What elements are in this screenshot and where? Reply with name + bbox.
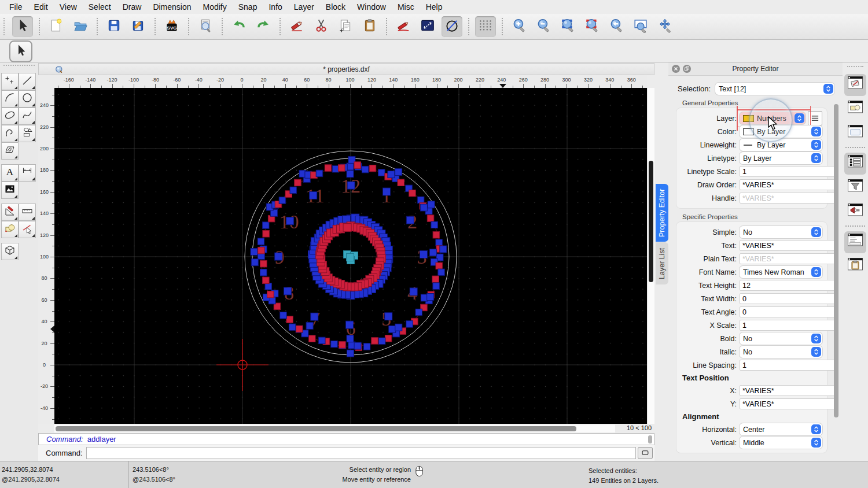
text-field[interactable] <box>740 240 838 251</box>
undo-button[interactable] <box>229 16 249 37</box>
delete-entities-button[interactable] <box>286 16 307 37</box>
color-combobox[interactable]: By Layer <box>740 125 822 138</box>
zoom-to-selection-button[interactable] <box>582 16 602 37</box>
selection-filter-dock-button[interactable] <box>844 177 866 199</box>
dimension-tool-button[interactable] <box>19 164 36 182</box>
copy-button[interactable] <box>335 16 356 37</box>
measure-tool-button[interactable] <box>19 204 36 221</box>
float-panel-button[interactable] <box>683 65 691 73</box>
toolbar-handle[interactable] <box>3 18 9 35</box>
property-editor-dock-button[interactable] <box>844 153 866 175</box>
dock-tab-layer-list[interactable]: Layer List <box>656 242 668 284</box>
shape-tool-button[interactable] <box>19 125 36 142</box>
selection-combobox[interactable]: Text [12] <box>715 83 834 95</box>
menu-info[interactable]: Info <box>263 0 288 14</box>
previous-view-button[interactable] <box>606 16 627 37</box>
dock-strip-handle[interactable] <box>847 66 863 71</box>
image-tool-button[interactable] <box>1 182 19 199</box>
menu-dimension[interactable]: Dimension <box>147 0 197 14</box>
save-document-button[interactable] <box>104 16 124 37</box>
draw-order-field[interactable] <box>740 179 838 190</box>
linetype-combobox[interactable]: By Layer <box>740 152 822 164</box>
y-field[interactable] <box>740 398 838 409</box>
menu-help[interactable]: Help <box>420 0 448 14</box>
panel-titlebar[interactable]: Property Editor <box>668 62 843 76</box>
menu-edit[interactable]: Edit <box>28 0 54 14</box>
vertical-scrollbar-thumb[interactable] <box>649 161 653 282</box>
dock-tab-property-editor[interactable]: Property Editor <box>656 184 668 242</box>
menu-layer[interactable]: Layer <box>288 0 320 14</box>
edit-attributes-button[interactable] <box>393 16 414 37</box>
spline-tool-button[interactable] <box>19 108 36 125</box>
redo-button[interactable] <box>253 16 274 37</box>
selection-pointer-option-button[interactable] <box>9 40 32 62</box>
menu-draw[interactable]: Draw <box>117 0 148 14</box>
notification-dock-button[interactable] <box>844 201 866 223</box>
text-tool-button[interactable]: A <box>1 164 19 182</box>
canvas-vertical-scrollbar[interactable] <box>647 88 654 424</box>
divide-entity-button[interactable] <box>442 16 462 37</box>
drawing-canvas[interactable]: 121234567891011 <box>54 88 647 424</box>
font-name-combobox[interactable]: Times New Roman <box>740 266 822 278</box>
panel-scrollbar[interactable] <box>834 104 838 417</box>
x-field[interactable] <box>740 385 838 396</box>
cut-button[interactable] <box>311 16 332 37</box>
save-document-as-button[interactable] <box>128 16 149 37</box>
horizontal-combobox[interactable]: Center <box>740 423 822 435</box>
command-history[interactable]: Command: addlayer <box>38 433 654 445</box>
command-line-dock-button[interactable] <box>844 231 866 253</box>
new-document-button[interactable] <box>46 16 67 37</box>
paste-button[interactable] <box>359 16 380 37</box>
point-tool-button[interactable] <box>1 73 19 90</box>
menu-block[interactable]: Block <box>320 0 351 14</box>
distance-measure-button[interactable] <box>417 16 438 37</box>
x-scale-field[interactable] <box>740 320 838 331</box>
linetype-scale-field[interactable] <box>740 166 838 177</box>
menu-snap[interactable]: Snap <box>233 0 263 14</box>
select-tool-button[interactable] <box>19 221 36 238</box>
text-width-field[interactable] <box>740 293 838 304</box>
horizontal-scrollbar-thumb[interactable] <box>56 426 576 431</box>
window-zoom-button[interactable] <box>630 16 651 37</box>
menu-window[interactable]: Window <box>351 0 392 14</box>
vertical-combobox[interactable]: Middle <box>740 437 822 449</box>
bold-combobox[interactable]: No <box>740 332 822 345</box>
command-input[interactable] <box>86 447 636 459</box>
line-tool-button[interactable] <box>19 73 36 90</box>
auto-zoom-button[interactable] <box>557 16 578 37</box>
svg-export-button[interactable]: SVG <box>161 16 182 37</box>
document-titlebar[interactable]: * properties.dxf <box>38 63 654 75</box>
solid-tool-button[interactable] <box>1 243 19 260</box>
zoom-out-button[interactable] <box>533 16 554 37</box>
selection-pointer-button[interactable] <box>12 16 33 37</box>
modify-tool-button[interactable] <box>1 204 19 221</box>
menu-modify[interactable]: Modify <box>197 0 233 14</box>
library-browser-dock-button[interactable] <box>844 123 866 145</box>
open-document-button[interactable] <box>70 16 91 37</box>
print-preview-button[interactable] <box>195 16 216 37</box>
line-spacing-field[interactable] <box>740 360 838 371</box>
command-history-scrollbar[interactable] <box>648 435 652 443</box>
text-angle-field[interactable] <box>740 306 838 317</box>
command-fullscreen-button[interactable] <box>638 447 653 459</box>
circle-tool-button[interactable] <box>19 90 36 108</box>
canvas-horizontal-scrollbar[interactable] <box>54 424 615 432</box>
block-tool-button[interactable] <box>1 221 19 238</box>
arc-tool-button[interactable] <box>1 90 19 108</box>
menu-view[interactable]: View <box>54 0 83 14</box>
grid-toggle-button[interactable] <box>475 16 496 37</box>
zoom-in-button[interactable] <box>509 16 529 37</box>
layer-combobox[interactable]: Numbers <box>740 112 806 124</box>
italic-combobox[interactable]: No <box>740 346 822 358</box>
menu-misc[interactable]: Misc <box>392 0 420 14</box>
menu-select[interactable]: Select <box>83 0 117 14</box>
lineweight-combobox[interactable]: By Layer <box>740 139 822 151</box>
block-list-dock-button[interactable] <box>844 98 866 120</box>
text-height-field[interactable] <box>740 280 838 291</box>
simple-combobox[interactable]: No <box>740 226 822 238</box>
ellipse-tool-button[interactable] <box>1 108 19 125</box>
hatch-tool-button[interactable] <box>1 142 19 160</box>
draw-settings-dock-button[interactable] <box>844 74 866 96</box>
polyline-tool-button[interactable] <box>1 125 19 142</box>
menu-file[interactable]: File <box>3 0 28 14</box>
